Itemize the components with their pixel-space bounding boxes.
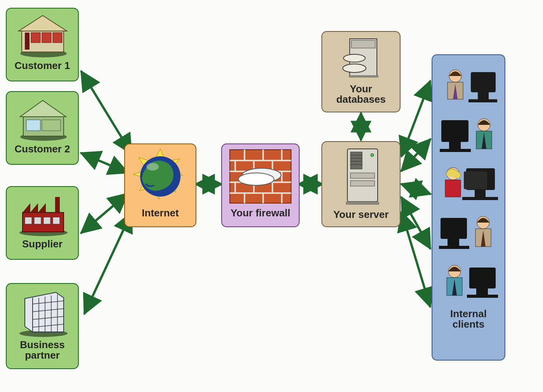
node-firewall: Your firewall [221, 143, 300, 227]
svg-rect-79 [441, 120, 468, 142]
svg-point-71 [371, 154, 374, 157]
svg-point-60 [343, 54, 365, 62]
factory-building-icon [9, 190, 76, 237]
svg-point-35 [146, 163, 159, 171]
svg-rect-70 [350, 181, 375, 186]
person-at-computer-icon [437, 63, 500, 109]
person-at-computer-icon [437, 209, 500, 256]
node-server-label: Your server [324, 209, 397, 220]
svg-marker-20 [38, 203, 46, 212]
svg-rect-78 [468, 99, 497, 102]
svg-rect-59 [351, 40, 375, 48]
person-at-computer-icon [437, 112, 500, 158]
person-at-computer-icon [437, 258, 500, 305]
edge-supplier-internet [82, 194, 127, 233]
svg-rect-10 [42, 120, 61, 131]
svg-rect-15 [34, 217, 41, 224]
svg-rect-81 [440, 149, 471, 152]
node-internal-clients-label: Internal clients [435, 309, 502, 330]
client-row-3 [435, 161, 502, 207]
edge-server-client4 [402, 198, 430, 248]
svg-rect-80 [449, 142, 461, 149]
network-topology-diagram: { "nodes": { "customer1": { "label": "Cu… [0, 0, 543, 392]
edge-server-client5 [402, 212, 430, 306]
svg-rect-16 [43, 217, 50, 224]
svg-rect-100 [469, 268, 496, 288]
firewall-brick-icon [224, 147, 297, 205]
node-customer2-label: Customer 2 [9, 144, 76, 154]
svg-point-61 [343, 64, 366, 73]
svg-rect-102 [467, 295, 498, 298]
svg-rect-21 [55, 197, 60, 212]
node-supplier-label: Supplier [9, 239, 76, 249]
node-customer1-label: Customer 1 [9, 60, 76, 71]
node-supplier: Supplier [6, 186, 79, 260]
server-tower-icon [324, 145, 397, 207]
edge-customer2-internet [82, 153, 127, 173]
store-building-icon [9, 12, 76, 58]
client-row-5 [435, 258, 502, 305]
svg-rect-91 [441, 218, 467, 239]
client-row-2 [435, 112, 502, 158]
edge-customer1-internet [82, 72, 131, 153]
svg-rect-14 [25, 217, 32, 224]
edge-bizpartner-internet [85, 213, 131, 313]
edge-server-client1 [402, 81, 430, 156]
svg-rect-77 [478, 92, 489, 99]
svg-rect-17 [53, 217, 60, 224]
svg-rect-2 [25, 33, 29, 50]
svg-marker-19 [30, 203, 38, 212]
svg-rect-88 [464, 171, 487, 189]
svg-rect-9 [26, 120, 40, 131]
node-internet: Internet [124, 143, 196, 227]
client-row-4 [435, 209, 502, 256]
internal-clients-icons [435, 63, 502, 305]
svg-rect-89 [475, 190, 486, 197]
svg-rect-92 [448, 239, 459, 246]
svg-rect-76 [471, 72, 496, 92]
client-row-1 [435, 63, 502, 109]
node-server: Your server [321, 141, 401, 227]
node-databases-label: Your databases [324, 84, 397, 105]
svg-marker-6 [19, 16, 67, 31]
globe-icon [127, 147, 193, 205]
svg-rect-86 [445, 180, 461, 197]
node-business-partner-label: Business partner [9, 340, 76, 361]
svg-marker-18 [23, 203, 30, 212]
warehouse-building-icon [9, 95, 76, 142]
svg-rect-62 [349, 75, 378, 78]
svg-rect-69 [350, 173, 375, 178]
edge-server-client3 [402, 184, 430, 194]
svg-rect-5 [53, 33, 62, 43]
edge-server-client2 [402, 140, 430, 171]
svg-rect-3 [31, 33, 40, 43]
database-storage-icon [324, 35, 397, 81]
svg-marker-11 [20, 100, 66, 117]
node-customer2: Customer 2 [6, 91, 79, 165]
svg-point-57 [238, 173, 274, 185]
node-internal-clients: Internal clients [432, 54, 505, 361]
svg-rect-72 [346, 202, 379, 205]
svg-rect-64 [350, 152, 362, 169]
svg-rect-4 [42, 33, 51, 43]
node-customer1: Customer 1 [6, 8, 79, 81]
node-internet-label: Internet [127, 208, 193, 218]
node-firewall-label: Your firewall [224, 208, 297, 218]
node-business-partner: Business partner [6, 283, 79, 369]
svg-rect-101 [476, 288, 488, 295]
node-databases: Your databases [321, 31, 401, 112]
svg-rect-93 [439, 246, 469, 249]
office-building-icon [9, 287, 76, 337]
person-at-computer-icon [437, 161, 500, 207]
svg-rect-90 [462, 197, 498, 200]
